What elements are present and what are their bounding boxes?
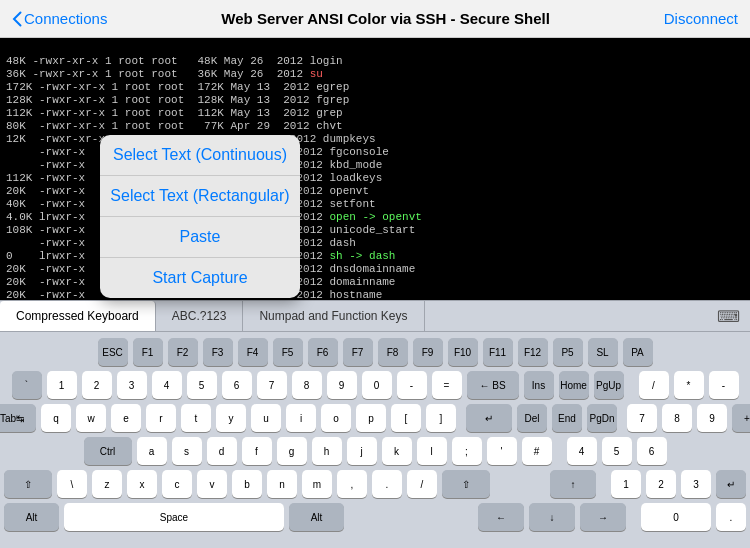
key-n[interactable]: n xyxy=(267,470,297,498)
key-backtick[interactable]: ` xyxy=(12,371,42,399)
paste-button[interactable]: Paste xyxy=(100,217,300,258)
key-i[interactable]: i xyxy=(286,404,316,432)
key-f7[interactable]: F7 xyxy=(343,338,373,366)
key-semicolon[interactable]: ; xyxy=(452,437,482,465)
key-6[interactable]: 6 xyxy=(222,371,252,399)
key-num7[interactable]: 7 xyxy=(627,404,657,432)
key-numdot[interactable]: . xyxy=(716,503,746,531)
key-hash[interactable]: # xyxy=(522,437,552,465)
keyboard-icon[interactable]: ⌨ xyxy=(707,307,750,326)
key-w[interactable]: w xyxy=(76,404,106,432)
key-lbracket[interactable]: [ xyxy=(391,404,421,432)
key-d[interactable]: d xyxy=(207,437,237,465)
key-pa[interactable]: PA xyxy=(623,338,653,366)
key-o[interactable]: o xyxy=(321,404,351,432)
key-f[interactable]: f xyxy=(242,437,272,465)
key-v[interactable]: v xyxy=(197,470,227,498)
key-pgdn[interactable]: PgDn xyxy=(587,404,617,432)
key-quote[interactable]: ' xyxy=(487,437,517,465)
key-j[interactable]: j xyxy=(347,437,377,465)
key-left[interactable]: ← xyxy=(478,503,524,531)
key-right[interactable]: → xyxy=(580,503,626,531)
key-minus[interactable]: - xyxy=(397,371,427,399)
key-alt-left[interactable]: Alt xyxy=(4,503,59,531)
key-num1[interactable]: 1 xyxy=(611,470,641,498)
key-up[interactable]: ↑ xyxy=(550,470,596,498)
key-z[interactable]: z xyxy=(92,470,122,498)
key-numplus[interactable]: + xyxy=(732,404,750,432)
key-l[interactable]: l xyxy=(417,437,447,465)
key-e[interactable]: e xyxy=(111,404,141,432)
key-q[interactable]: q xyxy=(41,404,71,432)
key-shift-left[interactable]: ⇧ xyxy=(4,470,52,498)
key-p[interactable]: p xyxy=(356,404,386,432)
key-f12[interactable]: F12 xyxy=(518,338,548,366)
key-t[interactable]: t xyxy=(181,404,211,432)
key-slash[interactable]: / xyxy=(407,470,437,498)
key-backslash[interactable]: \ xyxy=(57,470,87,498)
key-backspace[interactable]: ← BS xyxy=(467,371,519,399)
key-del[interactable]: Del xyxy=(517,404,547,432)
key-period[interactable]: . xyxy=(372,470,402,498)
key-x[interactable]: x xyxy=(127,470,157,498)
key-num8[interactable]: 8 xyxy=(662,404,692,432)
key-sl[interactable]: SL xyxy=(588,338,618,366)
key-rbracket[interactable]: ] xyxy=(426,404,456,432)
key-num9[interactable]: 9 xyxy=(697,404,727,432)
tab-compressed-keyboard[interactable]: Compressed Keyboard xyxy=(0,301,156,331)
key-f10[interactable]: F10 xyxy=(448,338,478,366)
key-numenter[interactable]: ↵ xyxy=(716,470,746,498)
key-p5[interactable]: P5 xyxy=(553,338,583,366)
key-m[interactable]: m xyxy=(302,470,332,498)
key-k[interactable]: k xyxy=(382,437,412,465)
key-a[interactable]: a xyxy=(137,437,167,465)
select-text-continuous-button[interactable]: Select Text (Continuous) xyxy=(100,135,300,176)
key-0[interactable]: 0 xyxy=(362,371,392,399)
key-ins[interactable]: Ins xyxy=(524,371,554,399)
tab-numpad[interactable]: Numpad and Function Keys xyxy=(243,301,424,331)
key-7[interactable]: 7 xyxy=(257,371,287,399)
key-space[interactable]: Space xyxy=(64,503,284,531)
key-f1[interactable]: F1 xyxy=(133,338,163,366)
key-num4[interactable]: 4 xyxy=(567,437,597,465)
key-num5[interactable]: 5 xyxy=(602,437,632,465)
key-f9[interactable]: F9 xyxy=(413,338,443,366)
key-num6[interactable]: 6 xyxy=(637,437,667,465)
key-f4[interactable]: F4 xyxy=(238,338,268,366)
key-shift-right[interactable]: ⇧ xyxy=(442,470,490,498)
key-numstar[interactable]: * xyxy=(674,371,704,399)
key-pgup[interactable]: PgUp xyxy=(594,371,624,399)
key-2[interactable]: 2 xyxy=(82,371,112,399)
key-num3[interactable]: 3 xyxy=(681,470,711,498)
key-h[interactable]: h xyxy=(312,437,342,465)
key-ctrl[interactable]: Ctrl xyxy=(84,437,132,465)
key-5[interactable]: 5 xyxy=(187,371,217,399)
key-s[interactable]: s xyxy=(172,437,202,465)
back-button[interactable]: Connections xyxy=(12,10,107,27)
key-num0[interactable]: 0 xyxy=(641,503,711,531)
key-home[interactable]: Home xyxy=(559,371,589,399)
key-alt-right[interactable]: Alt xyxy=(289,503,344,531)
key-comma[interactable]: , xyxy=(337,470,367,498)
start-capture-button[interactable]: Start Capture xyxy=(100,258,300,298)
key-8[interactable]: 8 xyxy=(292,371,322,399)
key-f8[interactable]: F8 xyxy=(378,338,408,366)
key-numslash[interactable]: / xyxy=(639,371,669,399)
tab-abc[interactable]: ABC.?123 xyxy=(156,301,244,331)
key-3[interactable]: 3 xyxy=(117,371,147,399)
key-f5[interactable]: F5 xyxy=(273,338,303,366)
key-9[interactable]: 9 xyxy=(327,371,357,399)
key-f3[interactable]: F3 xyxy=(203,338,233,366)
key-end[interactable]: End xyxy=(552,404,582,432)
key-c[interactable]: c xyxy=(162,470,192,498)
key-tab[interactable]: Tab↹ xyxy=(0,404,36,432)
key-esc[interactable]: ESC xyxy=(98,338,128,366)
disconnect-button[interactable]: Disconnect xyxy=(664,10,738,27)
key-f6[interactable]: F6 xyxy=(308,338,338,366)
key-b[interactable]: b xyxy=(232,470,262,498)
key-f11[interactable]: F11 xyxy=(483,338,513,366)
key-down[interactable]: ↓ xyxy=(529,503,575,531)
key-g[interactable]: g xyxy=(277,437,307,465)
key-r[interactable]: r xyxy=(146,404,176,432)
select-text-rectangular-button[interactable]: Select Text (Rectangular) xyxy=(100,176,300,217)
